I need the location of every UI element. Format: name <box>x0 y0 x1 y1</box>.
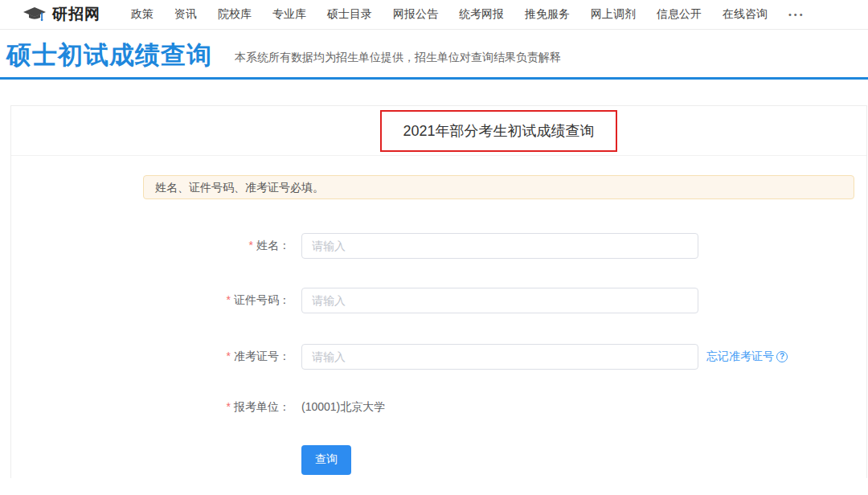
score-query-card: 2021年部分考生初试成绩查询 姓名、证件号码、准考证号必填。 *姓名： *证件… <box>10 105 867 478</box>
nav-item-major-library[interactable]: 专业库 <box>272 7 306 22</box>
name-label: *姓名： <box>143 239 290 253</box>
nav-item-master-catalog[interactable]: 硕士目录 <box>327 7 372 22</box>
nav-item-info-disclosure[interactable]: 信息公开 <box>657 7 702 22</box>
form-row-id-number: *证件号码： <box>143 288 866 313</box>
nav-menu: 政策 资讯 院校库 专业库 硕士目录 网报公告 统考网报 推免服务 网上调剂 信… <box>131 7 768 22</box>
card-title: 2021年部分考生初试成绩查询 <box>403 123 594 139</box>
nav-item-news[interactable]: 资讯 <box>174 7 197 22</box>
required-mark: * <box>227 293 231 306</box>
nav-item-college-library[interactable]: 院校库 <box>218 7 252 22</box>
nav-item-online-consult[interactable]: 在线咨询 <box>723 7 768 22</box>
forgot-ticket-link[interactable]: 忘记准考证号 ? <box>706 350 788 364</box>
site-logo[interactable]: 研招网 <box>23 4 100 25</box>
brand-name: 研招网 <box>52 4 100 25</box>
required-mark: * <box>249 239 253 252</box>
page-subtitle: 本系统所有数据均为招生单位提供，招生单位对查询结果负责解释 <box>235 51 561 69</box>
form-row-target-unit: *报考单位： (10001)北京大学 <box>143 400 866 415</box>
graduation-cap-icon <box>23 6 47 23</box>
card-header: 2021年部分考生初试成绩查询 <box>11 106 866 156</box>
name-input[interactable] <box>301 233 698 259</box>
page-title: 硕士初试成绩查询 <box>6 43 212 69</box>
nav-item-online-report-notice[interactable]: 网报公告 <box>393 7 438 22</box>
ticket-number-input[interactable] <box>301 344 698 370</box>
submit-row: 查询 <box>301 445 866 475</box>
nav-item-unified-exam-report[interactable]: 统考网报 <box>459 7 504 22</box>
target-unit-value: (10001)北京大学 <box>301 400 385 415</box>
nav-item-exempt-service[interactable]: 推免服务 <box>525 7 570 22</box>
form-row-name: *姓名： <box>143 233 866 259</box>
id-number-input[interactable] <box>301 288 698 313</box>
required-fields-notice: 姓名、证件号码、准考证号必填。 <box>143 175 854 199</box>
top-navbar: 研招网 政策 资讯 院校库 专业库 硕士目录 网报公告 统考网报 推免服务 网上… <box>0 0 868 30</box>
required-mark: * <box>227 400 231 413</box>
form-row-ticket-number: *准考证号： 忘记准考证号 ? <box>143 344 866 370</box>
nav-item-online-adjustment[interactable]: 网上调剂 <box>591 7 636 22</box>
ticket-number-label: *准考证号： <box>143 350 290 364</box>
query-button[interactable]: 查询 <box>301 445 351 475</box>
help-icon[interactable]: ? <box>776 351 788 362</box>
red-highlight-annotation: 2021年部分考生初试成绩查询 <box>380 110 616 152</box>
target-unit-label: *报考单位： <box>143 400 290 415</box>
nav-item-policy[interactable]: 政策 <box>131 7 154 22</box>
page-heading: 硕士初试成绩查询 本系统所有数据均为招生单位提供，招生单位对查询结果负责解释 <box>0 30 868 77</box>
required-mark: * <box>227 350 231 362</box>
id-number-label: *证件号码： <box>143 293 290 308</box>
more-menu-icon[interactable]: ••• <box>788 10 805 19</box>
accent-divider <box>0 77 868 80</box>
